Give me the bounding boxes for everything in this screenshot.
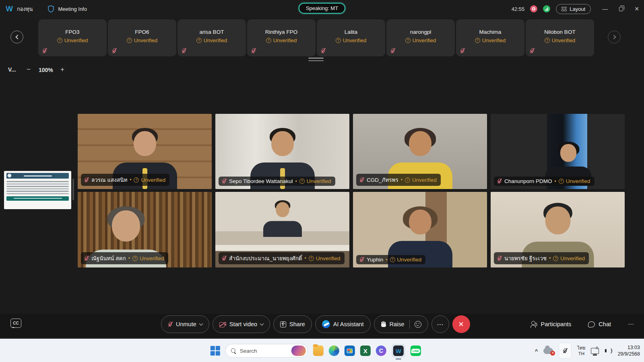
filmstrip-prev-button[interactable] bbox=[10, 31, 23, 43]
filmstrip-tile[interactable]: FPO3 ?Unverified bbox=[38, 19, 107, 56]
chat-icon bbox=[588, 321, 595, 327]
filmstrip-tile[interactable]: FPO6 ?Unverified bbox=[108, 19, 176, 56]
raise-hand-button[interactable]: Raise bbox=[374, 315, 428, 333]
leave-meeting-button[interactable]: ✕ bbox=[452, 315, 470, 333]
filmstrip-tile[interactable]: Rinthiya FPO ?Unverified bbox=[247, 19, 316, 56]
filmstrip-tile[interactable]: Lalita ?Unverified bbox=[317, 19, 385, 56]
video-tile[interactable]: Yuphin • ?Unverified bbox=[353, 192, 487, 267]
mic-muted-icon bbox=[563, 348, 568, 354]
volume-icon[interactable] bbox=[605, 348, 612, 354]
chevron-down-icon[interactable] bbox=[199, 322, 203, 326]
microsoft-store-icon[interactable] bbox=[345, 346, 355, 356]
doc-banner bbox=[6, 196, 69, 201]
participant-name: นายพรชัย ฐีระเวช bbox=[504, 254, 547, 263]
participant-name: CGD_ภัทรพร bbox=[367, 175, 398, 184]
participant-silhouette bbox=[262, 198, 303, 237]
unverified-badge: ?Unverified bbox=[526, 37, 594, 43]
close-button[interactable]: ✕ bbox=[634, 6, 639, 12]
video-tile[interactable]: Chanunporn PDMO • ?Unverified bbox=[491, 114, 625, 189]
minimize-button[interactable]: — bbox=[602, 6, 608, 12]
question-icon: ? bbox=[545, 38, 550, 43]
mic-muted-icon bbox=[390, 48, 395, 54]
taskbar-search-box[interactable]: Search bbox=[225, 344, 308, 358]
zoom-out-button[interactable]: − bbox=[27, 66, 31, 74]
hidden-icons-chevron[interactable]: ^ bbox=[535, 348, 538, 354]
onedrive-error-icon[interactable]: ✕ bbox=[543, 348, 553, 354]
participant-name: Rinthiya FPO bbox=[247, 29, 316, 35]
panel-scrollbar[interactable] bbox=[72, 179, 74, 200]
connection-quality-icon[interactable] bbox=[543, 5, 550, 12]
zoom-level: 100% bbox=[39, 67, 53, 73]
unverified-badge: ?Unverified bbox=[456, 37, 524, 43]
unverified-badge: ?Unverified bbox=[390, 257, 422, 263]
share-button[interactable]: Share bbox=[273, 315, 312, 333]
clock[interactable]: 13:0329/9/2568 bbox=[617, 344, 640, 358]
excel-icon[interactable]: X bbox=[360, 346, 371, 356]
mic-muted-icon bbox=[84, 177, 89, 183]
filmstrip-tile[interactable]: narongpl ?Unverified bbox=[386, 19, 455, 56]
raise-hand-icon bbox=[381, 321, 386, 327]
video-tile[interactable]: สำนักงบประมาณ_นายพยุงศักดิ์ • ?Unverifie… bbox=[215, 192, 349, 267]
recording-indicator-icon[interactable] bbox=[530, 5, 537, 12]
line-app-icon[interactable]: LINE bbox=[411, 346, 421, 356]
doc-text-lines bbox=[6, 181, 69, 194]
meeting-timer: 42:55 bbox=[512, 6, 525, 12]
mic-muted-icon bbox=[530, 48, 535, 54]
chevron-right-icon bbox=[611, 35, 616, 39]
filmstrip-tile[interactable]: arisa BOT ?Unverified bbox=[178, 19, 246, 56]
active-speaker-indicator: Speaking: MT bbox=[299, 3, 345, 14]
video-tile[interactable]: นายพรชัย ฐีระเวช • ?Unverified bbox=[491, 192, 625, 267]
mic-muted-icon bbox=[42, 48, 47, 54]
panel-more-button[interactable]: ⋯ bbox=[628, 321, 634, 328]
chat-button[interactable]: Chat bbox=[588, 321, 611, 327]
more-options-button[interactable]: ⋯ bbox=[431, 315, 449, 333]
unverified-badge: ?Unverified bbox=[405, 177, 437, 183]
tray-mic-muted-button[interactable] bbox=[559, 343, 572, 359]
unverified-badge: ?Unverified bbox=[559, 178, 590, 184]
ai-assistant-button[interactable]: AI Assistant bbox=[315, 315, 371, 333]
meeting-title: กองทุน bbox=[17, 5, 33, 13]
mic-muted-icon bbox=[321, 48, 326, 54]
divider bbox=[409, 320, 410, 329]
filmstrip-resize-handle[interactable] bbox=[308, 58, 324, 63]
filmstrip-next-button[interactable] bbox=[608, 31, 621, 43]
filmstrip-tile[interactable]: Nilobon BOT ?Unverified bbox=[526, 19, 594, 56]
video-tile[interactable]: ลวรณ แสงสนิท • ?Unverified bbox=[78, 114, 212, 189]
webex-icon[interactable]: W bbox=[393, 346, 404, 356]
participant-name: Sepo Tibordee Wattanakul bbox=[229, 178, 293, 184]
mic-muted-icon bbox=[222, 178, 227, 184]
start-button[interactable] bbox=[211, 346, 220, 356]
filmstrip-tile[interactable]: Machima ?Unverified bbox=[456, 19, 524, 56]
mic-muted-icon bbox=[497, 178, 502, 184]
question-icon: ? bbox=[559, 179, 564, 184]
video-tile[interactable]: CGD_ภัทรพร • ?Unverified bbox=[353, 114, 487, 189]
mic-muted-icon bbox=[460, 48, 465, 54]
video-tile[interactable]: Sepo Tibordee Wattanakul • ?Unverified bbox=[215, 114, 349, 189]
search-daily-image[interactable] bbox=[291, 346, 306, 356]
unverified-badge: ?Unverified bbox=[178, 37, 246, 43]
shared-document-thumbnail[interactable] bbox=[4, 171, 71, 209]
zoom-in-button[interactable]: + bbox=[60, 66, 64, 74]
view-menu-button[interactable]: V... bbox=[8, 66, 16, 73]
question-icon: ? bbox=[299, 179, 305, 184]
closed-captions-button[interactable]: CC bbox=[10, 319, 21, 328]
reactions-icon[interactable] bbox=[415, 321, 421, 328]
mic-muted-icon bbox=[182, 48, 186, 54]
unmute-button[interactable]: Unmute bbox=[161, 315, 209, 333]
video-tile[interactable]: ณัฐนันทน์ สคก • ?Unverified bbox=[78, 192, 212, 267]
layout-button[interactable]: Layout bbox=[556, 4, 591, 14]
participants-button[interactable]: Participants bbox=[530, 321, 572, 328]
chevron-down-icon[interactable] bbox=[260, 322, 264, 326]
participant-label: นายพรชัย ฐีระเวช • ?Unverified bbox=[494, 252, 589, 264]
start-video-button[interactable]: Start video bbox=[213, 315, 270, 333]
participant-name: Lalita bbox=[317, 29, 385, 35]
restore-button[interactable] bbox=[619, 7, 623, 11]
file-explorer-icon[interactable] bbox=[313, 346, 324, 356]
network-icon[interactable] bbox=[591, 348, 599, 354]
meeting-info-button[interactable]: Meeting Info bbox=[58, 6, 87, 12]
browser-c-icon[interactable]: C bbox=[376, 346, 386, 356]
language-indicator[interactable]: ไทยTH bbox=[577, 345, 585, 357]
security-shield-icon[interactable] bbox=[48, 5, 54, 12]
webex-app-active[interactable]: W bbox=[392, 344, 405, 358]
edge-browser-icon[interactable] bbox=[329, 346, 339, 356]
